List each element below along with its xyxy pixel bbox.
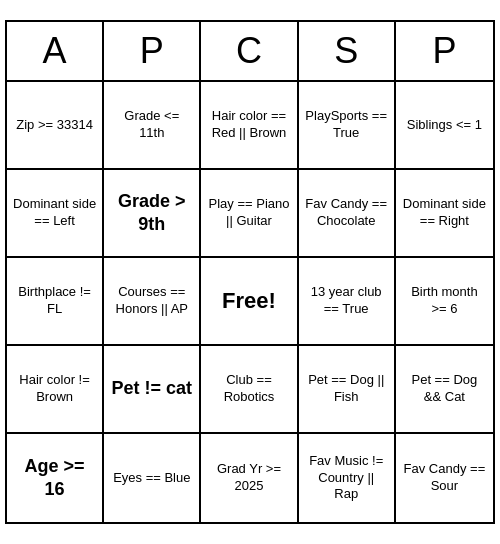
bingo-cell-23[interactable]: Fav Music != Country || Rap bbox=[299, 434, 396, 522]
bingo-cell-1[interactable]: Grade <= 11th bbox=[104, 82, 201, 170]
bingo-cell-16[interactable]: Pet != cat bbox=[104, 346, 201, 434]
bingo-cell-24[interactable]: Fav Candy == Sour bbox=[396, 434, 493, 522]
bingo-cell-12[interactable]: Free! bbox=[201, 258, 298, 346]
header-col-3: S bbox=[299, 22, 396, 80]
bingo-cell-21[interactable]: Eyes == Blue bbox=[104, 434, 201, 522]
bingo-card: APCSP Zip >= 33314Grade <= 11thHair colo… bbox=[5, 20, 495, 524]
bingo-grid: Zip >= 33314Grade <= 11thHair color == R… bbox=[7, 82, 493, 522]
bingo-cell-13[interactable]: 13 year club == True bbox=[299, 258, 396, 346]
header-col-2: C bbox=[201, 22, 298, 80]
header-col-0: A bbox=[7, 22, 104, 80]
bingo-cell-17[interactable]: Club == Robotics bbox=[201, 346, 298, 434]
bingo-cell-0[interactable]: Zip >= 33314 bbox=[7, 82, 104, 170]
bingo-cell-11[interactable]: Courses == Honors || AP bbox=[104, 258, 201, 346]
bingo-cell-5[interactable]: Dominant side == Left bbox=[7, 170, 104, 258]
bingo-header: APCSP bbox=[7, 22, 493, 82]
bingo-cell-20[interactable]: Age >= 16 bbox=[7, 434, 104, 522]
bingo-cell-4[interactable]: Siblings <= 1 bbox=[396, 82, 493, 170]
header-col-1: P bbox=[104, 22, 201, 80]
header-col-4: P bbox=[396, 22, 493, 80]
bingo-cell-18[interactable]: Pet == Dog || Fish bbox=[299, 346, 396, 434]
bingo-cell-2[interactable]: Hair color == Red || Brown bbox=[201, 82, 298, 170]
bingo-cell-15[interactable]: Hair color != Brown bbox=[7, 346, 104, 434]
bingo-cell-3[interactable]: PlaySports == True bbox=[299, 82, 396, 170]
bingo-cell-22[interactable]: Grad Yr >= 2025 bbox=[201, 434, 298, 522]
bingo-cell-14[interactable]: Birth month >= 6 bbox=[396, 258, 493, 346]
bingo-cell-8[interactable]: Fav Candy == Chocolate bbox=[299, 170, 396, 258]
bingo-cell-9[interactable]: Dominant side == Right bbox=[396, 170, 493, 258]
bingo-cell-19[interactable]: Pet == Dog && Cat bbox=[396, 346, 493, 434]
bingo-cell-7[interactable]: Play == Piano || Guitar bbox=[201, 170, 298, 258]
bingo-cell-10[interactable]: Birthplace != FL bbox=[7, 258, 104, 346]
bingo-cell-6[interactable]: Grade > 9th bbox=[104, 170, 201, 258]
